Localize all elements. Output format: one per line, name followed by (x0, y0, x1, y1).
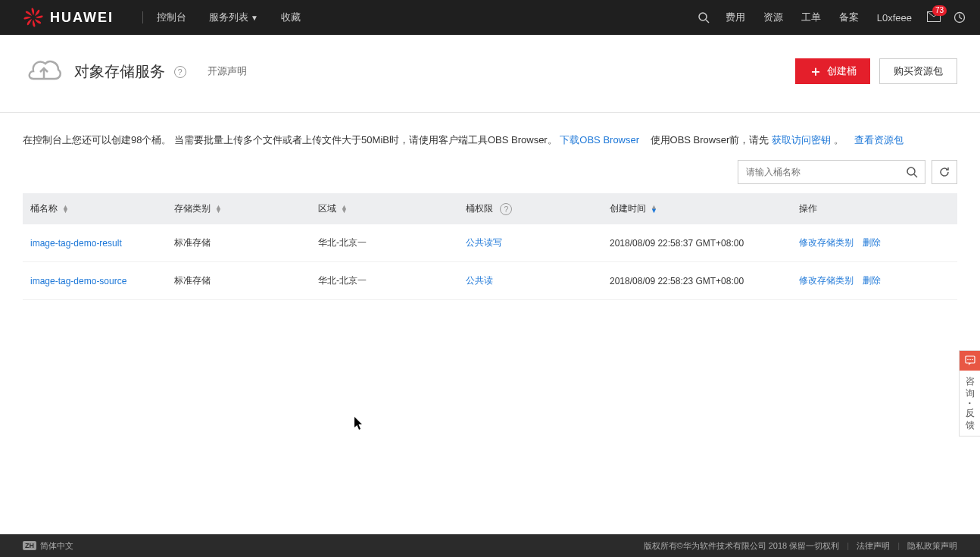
nav-services-label: 服务列表 (209, 11, 248, 23)
svg-point-0 (699, 13, 707, 20)
search-button[interactable] (899, 161, 925, 183)
cell-class: 标准存储 (167, 224, 311, 262)
side-char: 馈 (960, 419, 980, 431)
cell-region: 华北-北京一 (311, 262, 458, 300)
table-header-row: 桶名称▲▼ 存储类别▲▼ 区域▲▼ 桶权限 ? 创建时间▲▼ 操作 (23, 193, 957, 224)
bucket-name-link[interactable]: image-tag-demo-source (30, 276, 126, 286)
cell-perm-link[interactable]: 公共读 (466, 275, 493, 286)
col-created[interactable]: 创建时间▲▼ (602, 193, 791, 224)
modify-class-link[interactable]: 修改存储类别 (799, 275, 854, 286)
open-source-link[interactable]: 开源声明 (208, 64, 247, 78)
download-browser-link[interactable]: 下载OBS Browser (560, 134, 639, 146)
page-header: 对象存储服务 ? 开源声明 ＋创建桶 购买资源包 (0, 35, 980, 113)
svg-line-1 (706, 20, 709, 23)
refresh-icon (938, 166, 950, 178)
info-text-1: 在控制台上您还可以创建98个桶。 (23, 134, 171, 146)
chevron-down-icon: ▼ (251, 14, 258, 22)
mouse-cursor-icon (354, 417, 365, 430)
nav-console[interactable]: 控制台 (157, 11, 186, 24)
svg-line-5 (914, 174, 917, 177)
search-box (738, 160, 925, 184)
huawei-logo-icon (23, 7, 44, 28)
side-char: 反 (960, 407, 980, 419)
nav-beian[interactable]: 备案 (839, 11, 859, 24)
table-row: image-tag-demo-result 标准存储 华北-北京一 公共读写 2… (23, 224, 957, 262)
create-bucket-button[interactable]: ＋创建桶 (795, 58, 870, 84)
delete-link[interactable]: 删除 (863, 275, 881, 286)
nav-ticket[interactable]: 工单 (801, 11, 821, 24)
bucket-table: 桶名称▲▼ 存储类别▲▼ 区域▲▼ 桶权限 ? 创建时间▲▼ 操作 image-… (0, 193, 980, 300)
help-icon[interactable]: ? (174, 66, 186, 78)
nav-resource[interactable]: 资源 (763, 11, 783, 24)
page-title-text: 对象存储服务 (74, 63, 165, 80)
nav-services[interactable]: 服务列表▼ (209, 11, 258, 24)
help-icon[interactable]: ? (500, 203, 512, 215)
col-op: 操作 (791, 193, 957, 224)
nav-user[interactable]: L0xfeee (877, 12, 912, 23)
notification-badge: 73 (932, 5, 947, 16)
side-char: 询 (960, 387, 980, 399)
get-access-key-link[interactable]: 获取访问密钥 (772, 134, 831, 146)
mail-button[interactable]: 73 (927, 11, 941, 24)
delete-link[interactable]: 删除 (863, 237, 881, 248)
cell-class: 标准存储 (167, 262, 311, 300)
modify-class-link[interactable]: 修改存储类别 (799, 237, 854, 248)
col-class[interactable]: 存储类别▲▼ (167, 193, 311, 224)
clock-icon[interactable] (953, 11, 966, 24)
footer: ZH 简体中文 版权所有©华为软件技术有限公司 2018 保留一切权利 | 法律… (0, 534, 980, 557)
bucket-name-link[interactable]: image-tag-demo-result (30, 238, 122, 249)
legal-link[interactable]: 法律声明 (857, 540, 890, 552)
brand-text: HUAWEI (50, 10, 114, 26)
lang-selector[interactable]: 简体中文 (40, 540, 73, 552)
col-name[interactable]: 桶名称▲▼ (23, 193, 167, 224)
cell-perm-link[interactable]: 公共读写 (466, 237, 502, 248)
feedback-tab[interactable]: 咨 询 • 反 馈 (959, 350, 980, 437)
refresh-button[interactable] (932, 160, 957, 184)
cell-created: 2018/08/09 22:58:23 GMT+08:00 (602, 262, 791, 300)
side-dot: • (960, 399, 980, 407)
search-input[interactable] (738, 167, 899, 177)
plus-icon: ＋ (809, 62, 822, 80)
cell-region: 华北-北京一 (311, 224, 458, 262)
feedback-icon (960, 351, 980, 371)
view-packages-link[interactable]: 查看资源包 (854, 134, 904, 146)
cell-created: 2018/08/09 22:58:37 GMT+08:00 (602, 224, 791, 262)
lang-badge: ZH (23, 541, 36, 550)
search-icon[interactable] (697, 11, 710, 24)
col-perm: 桶权限 ? (458, 193, 602, 224)
search-row (0, 160, 980, 193)
nav-favorites[interactable]: 收藏 (281, 11, 301, 24)
svg-point-9 (972, 359, 973, 361)
search-icon (906, 166, 918, 178)
info-bar: 在控制台上您还可以创建98个桶。 当需要批量上传多个文件或者上传文件大于50Mi… (0, 113, 980, 160)
table-row: image-tag-demo-source 标准存储 华北-北京一 公共读 20… (23, 262, 957, 300)
create-button-label: 创建桶 (827, 64, 857, 78)
page-title: 对象存储服务 ? (74, 61, 186, 82)
divider (142, 11, 143, 23)
nav-fee[interactable]: 费用 (726, 11, 745, 24)
col-region[interactable]: 区域▲▼ (311, 193, 458, 224)
svg-point-4 (907, 167, 915, 175)
buy-package-button[interactable]: 购买资源包 (879, 58, 957, 84)
svg-point-7 (967, 359, 969, 361)
info-text-4: 。 (834, 134, 844, 146)
info-text-2: 当需要批量上传多个文件或者上传文件大于50MiB时，请使用客户端工具OBS Br… (174, 134, 557, 146)
side-char: 咨 (960, 375, 980, 387)
copyright: 版权所有©华为软件技术有限公司 2018 保留一切权利 (644, 540, 840, 552)
svg-point-8 (969, 359, 971, 361)
privacy-link[interactable]: 隐私政策声明 (907, 540, 957, 552)
top-header: HUAWEI 控制台 服务列表▼ 收藏 费用 资源 工单 备案 L0xfeee … (0, 0, 980, 35)
brand-logo[interactable]: HUAWEI (23, 7, 114, 28)
info-text-3: 使用OBS Browser前，请先 (651, 134, 769, 146)
cloud-upload-icon (23, 50, 65, 92)
